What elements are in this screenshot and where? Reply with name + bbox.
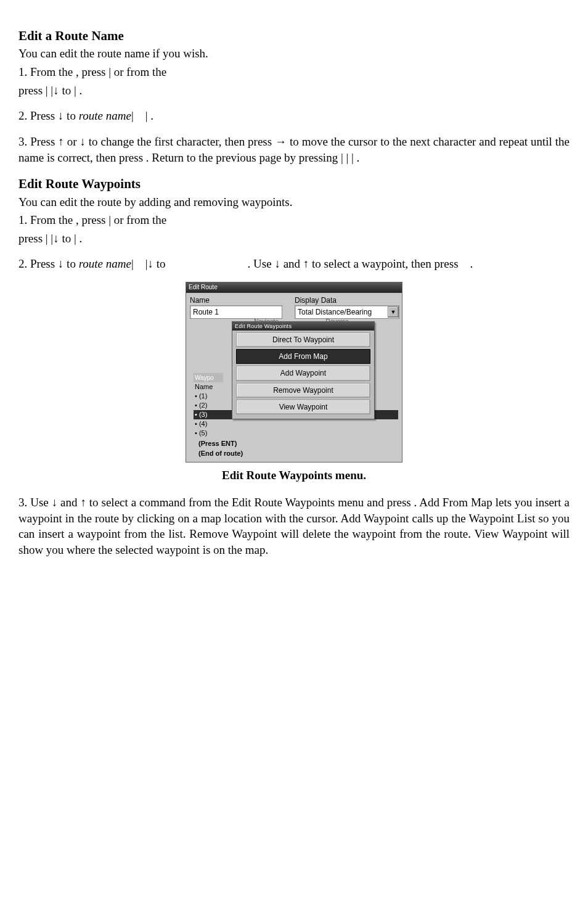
name-input[interactable]: Route 1	[190, 305, 282, 319]
s2-step1-line1: 1. From the , press | or from the	[18, 212, 570, 228]
name-label: Name	[190, 295, 282, 305]
chevron-down-icon[interactable]: ▼	[388, 306, 399, 318]
heading-edit-route-waypoints: Edit Route Waypoints	[18, 175, 570, 192]
list-item[interactable]: • (5)	[194, 429, 398, 438]
intro-edit-route-name: You can edit the route name if you wish.	[18, 46, 570, 62]
popup-title: Edit Route Waypoints	[232, 322, 374, 331]
s1-step2: 2. Press ↓ to route name| | .	[18, 108, 570, 124]
edit-route-waypoints-menu: Edit Route Waypoints Direct To Waypoint …	[232, 321, 375, 419]
displaydata-value: Total Distance/Bearing	[295, 306, 388, 318]
displaydata-column: Display Data Total Distance/Bearing ▼	[295, 295, 399, 319]
menu-add-waypoint[interactable]: Add Waypoint	[236, 366, 370, 380]
menu-remove-waypoint[interactable]: Remove Waypoint	[236, 383, 370, 398]
menu-direct-to-waypoint[interactable]: Direct To Waypoint	[236, 332, 370, 347]
s1-step3: 3. Press ↑ or ↓ to change the first char…	[18, 134, 570, 165]
end-of-route-hint: (End of route)	[198, 449, 398, 458]
text: , press	[76, 65, 108, 78]
list-item[interactable]: • (4)	[194, 419, 398, 429]
dialog-body: Navigate Reverse Waypo Name • (1) • (2) …	[186, 320, 402, 462]
s1-step1-line1: 1. From the , press | or from the	[18, 64, 570, 80]
dialog-titlebar: Edit Route	[186, 282, 402, 293]
intro-edit-route-waypoints: You can edit the route by adding and rem…	[18, 194, 570, 210]
text: | or from the	[108, 65, 166, 78]
edit-route-dialog: Edit Route Name Route 1 Display Data Tot…	[186, 282, 402, 463]
figure-caption: Edit Route Waypoints menu.	[18, 467, 570, 483]
press-ent-hint: (Press ENT)	[198, 439, 398, 448]
s2-step2: 2. Press ↓ to route name| |↓ to . Use ↓ …	[18, 256, 570, 272]
s2-step3: 3. Use ↓ and ↑ to select a command from …	[18, 495, 570, 558]
heading-edit-route-name: Edit a Route Name	[18, 27, 570, 44]
s2-step1-line2: press | |↓ to | .	[18, 231, 570, 247]
dialog-screenshot: Edit Route Name Route 1 Display Data Tot…	[18, 282, 570, 463]
menu-add-from-map[interactable]: Add From Map	[236, 349, 370, 364]
text: 1. From the	[18, 65, 76, 78]
displaydata-label: Display Data	[295, 295, 399, 305]
menu-view-waypoint[interactable]: View Waypoint	[236, 400, 370, 414]
name-column: Name Route 1	[190, 295, 282, 319]
displaydata-select[interactable]: Total Distance/Bearing ▼	[295, 305, 399, 319]
col-waypo: Waypo	[194, 373, 223, 383]
s1-step1-line2: press | |↓ to | .	[18, 83, 570, 99]
